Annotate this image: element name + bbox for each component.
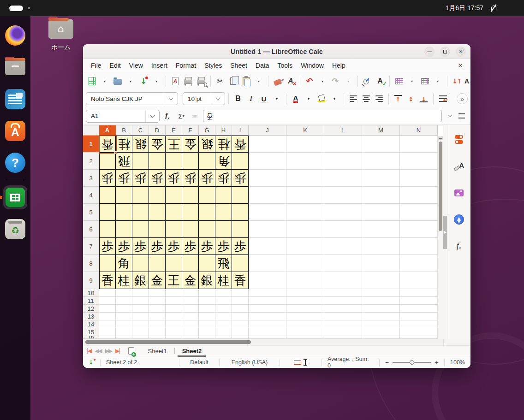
- cell-L5[interactable]: [324, 204, 362, 221]
- cell-J10[interactable]: [249, 289, 286, 297]
- select-all-corner[interactable]: [83, 125, 99, 136]
- name-box-dropdown[interactable]: [145, 110, 159, 122]
- cell-D9[interactable]: 金: [149, 272, 166, 289]
- cell-M14[interactable]: [362, 320, 400, 328]
- cell-L15[interactable]: [324, 328, 362, 336]
- cell-M12[interactable]: [362, 305, 400, 313]
- cell-B16[interactable]: [116, 336, 132, 339]
- cell-L10[interactable]: [324, 289, 362, 297]
- font-size-combo[interactable]: 10 pt: [183, 92, 225, 105]
- cell-K7[interactable]: [286, 238, 324, 255]
- cell-H3[interactable]: 歩: [215, 170, 232, 187]
- cell-I8[interactable]: [232, 255, 249, 272]
- cell-N2[interactable]: [400, 153, 438, 170]
- cell-L2[interactable]: [324, 153, 362, 170]
- cell-J7[interactable]: [249, 238, 286, 255]
- clone-formatting-button[interactable]: [272, 75, 284, 88]
- cell-C6[interactable]: [132, 221, 149, 238]
- column-header-I[interactable]: I: [232, 125, 249, 136]
- sidebar-functions-button[interactable]: f×: [452, 239, 466, 253]
- underline-button[interactable]: U: [258, 92, 270, 105]
- cell-L7[interactable]: [324, 238, 362, 255]
- cell-D14[interactable]: [149, 320, 166, 328]
- split-handle[interactable]: [438, 136, 443, 140]
- sort-ascending-button[interactable]: A↓: [464, 75, 470, 88]
- cell-F3[interactable]: 歩: [182, 170, 199, 187]
- menu-view[interactable]: View: [125, 60, 147, 71]
- cell-D5[interactable]: [149, 204, 166, 221]
- wrap-text-button[interactable]: ↩: [437, 92, 449, 105]
- cell-K3[interactable]: [286, 170, 324, 187]
- cell-N3[interactable]: [400, 170, 438, 187]
- cell-L11[interactable]: [324, 297, 362, 305]
- cell-K8[interactable]: [286, 255, 324, 272]
- cell-D15[interactable]: [149, 328, 166, 336]
- print-button[interactable]: [182, 75, 194, 88]
- cell-K1[interactable]: [286, 136, 324, 153]
- cell-I16[interactable]: [232, 336, 249, 339]
- zoom-slider-knob[interactable]: [410, 360, 414, 365]
- document-modified-icon[interactable]: ↓: [89, 359, 95, 366]
- redo-dropdown[interactable]: ▾: [342, 75, 354, 88]
- cell-L3[interactable]: [324, 170, 362, 187]
- cell-M15[interactable]: [362, 328, 400, 336]
- cell-H8[interactable]: 飛: [215, 255, 232, 272]
- vertical-scrollbar[interactable]: [437, 136, 443, 339]
- dock-item-files[interactable]: [3, 55, 27, 79]
- horizontal-scrollbar[interactable]: [83, 339, 443, 345]
- cell-H10[interactable]: [215, 289, 232, 297]
- insert-row-dropdown[interactable]: ▾: [406, 75, 418, 88]
- cell-H16[interactable]: [215, 336, 232, 339]
- cell-F14[interactable]: [182, 320, 199, 328]
- cell-K15[interactable]: [286, 328, 324, 336]
- menu-edit[interactable]: Edit: [106, 60, 125, 71]
- cell-J14[interactable]: [249, 320, 286, 328]
- column-header-K[interactable]: K: [286, 125, 324, 136]
- workspace-indicator[interactable]: [9, 6, 23, 11]
- sheet-tab-sheet2[interactable]: Sheet2: [176, 347, 208, 355]
- cell-I15[interactable]: [232, 328, 249, 336]
- dock-item-firefox[interactable]: [3, 24, 27, 47]
- cell-H13[interactable]: [215, 313, 232, 320]
- row-header-5[interactable]: 5: [83, 204, 99, 221]
- cell-C14[interactable]: [132, 320, 149, 328]
- cell-M7[interactable]: [362, 238, 400, 255]
- cell-I1[interactable]: 香: [232, 136, 249, 153]
- cell-G9[interactable]: 銀: [199, 272, 215, 289]
- cell-K10[interactable]: [286, 289, 324, 297]
- print-preview-button[interactable]: [195, 75, 207, 88]
- menu-help[interactable]: Help: [328, 60, 350, 71]
- cell-L1[interactable]: [324, 136, 362, 153]
- zoom-in-button[interactable]: +: [435, 359, 439, 366]
- last-sheet-button[interactable]: ▶|: [115, 348, 119, 354]
- cell-N1[interactable]: [400, 136, 438, 153]
- dock-item-app-center[interactable]: A: [3, 119, 27, 143]
- workspace-dot[interactable]: [28, 7, 30, 9]
- column-header-A[interactable]: A: [99, 125, 116, 136]
- vertical-scrollbar-thumb[interactable]: [439, 142, 442, 231]
- cell-H5[interactable]: [215, 204, 232, 221]
- cell-L6[interactable]: [324, 221, 362, 238]
- highlight-color-dropdown[interactable]: ▾: [328, 92, 340, 105]
- cell-L12[interactable]: [324, 305, 362, 313]
- toolbar-overflow-button[interactable]: »: [457, 93, 468, 104]
- cell-N16[interactable]: [400, 336, 438, 339]
- cell-H7[interactable]: 歩: [215, 238, 232, 255]
- cell-C10[interactable]: [132, 289, 149, 297]
- sidebar-hide-button[interactable]: ▶: [443, 216, 447, 249]
- dock-item-writer[interactable]: [3, 87, 27, 111]
- cell-D4[interactable]: [149, 187, 166, 204]
- selection-mode-icon[interactable]: [294, 360, 301, 365]
- cell-D3[interactable]: 歩: [149, 170, 166, 187]
- cell-G6[interactable]: [199, 221, 215, 238]
- cell-D13[interactable]: [149, 313, 166, 320]
- cell-I11[interactable]: [232, 297, 249, 305]
- column-header-B[interactable]: B: [116, 125, 132, 136]
- menu-window[interactable]: Window: [297, 60, 328, 71]
- cell-B12[interactable]: [116, 305, 132, 313]
- cell-B4[interactable]: [116, 187, 132, 204]
- cell-J11[interactable]: [249, 297, 286, 305]
- cell-M11[interactable]: [362, 297, 400, 305]
- cell-N11[interactable]: [400, 297, 438, 305]
- cell-F16[interactable]: [182, 336, 199, 339]
